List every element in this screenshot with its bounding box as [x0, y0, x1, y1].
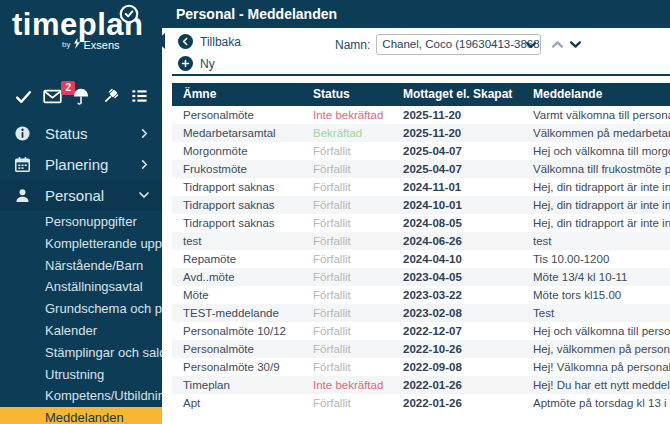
- sidebar-item-label: Personal: [45, 187, 138, 204]
- table-row[interactable]: testFörfallit2024-06-26test: [172, 232, 670, 250]
- table-row[interactable]: MöteFörfallit2023-03-22Möte tors kl15.00: [172, 286, 670, 304]
- sidebar-item-label: Status: [45, 125, 139, 142]
- cell-amne: Medarbetarsamtal: [172, 124, 313, 142]
- cell-amne: Timeplan: [172, 376, 313, 394]
- cell-status: Förfallit: [313, 196, 403, 214]
- toolbar-separator: [172, 74, 670, 76]
- cell-amne: Apt: [172, 394, 313, 412]
- toolbar: Tillbaka Namn: Chanel, Coco (19630413-38…: [162, 28, 670, 74]
- table-row[interactable]: Tidrapport saknasFörfallit2024-08-05Hej,…: [172, 214, 670, 232]
- cell-meddelande: test: [533, 232, 670, 250]
- cell-date: 2022-09-08: [403, 358, 533, 376]
- chevron-down-icon: [525, 38, 537, 55]
- new-message-button[interactable]: Ny: [178, 56, 215, 71]
- cell-date: 2024-06-26: [403, 232, 533, 250]
- chevron-down-icon: [138, 187, 150, 204]
- sidebar-submenu: PersonuppgifterKompletterande uppgifterN…: [0, 211, 162, 424]
- check-icon[interactable]: [12, 85, 34, 107]
- cell-date: 2025-11-20: [403, 106, 533, 124]
- cell-status: Förfallit: [313, 232, 403, 250]
- sidebar-subitem[interactable]: Närstående/Barn: [0, 255, 162, 277]
- back-button-label: Tillbaka: [200, 35, 241, 49]
- table-row[interactable]: MorgonmöteFörfallit2025-04-07Hej och väl…: [172, 142, 670, 160]
- cell-meddelande: Möte tors kl15.00: [533, 286, 670, 304]
- sidebar-subitem[interactable]: Meddelanden: [0, 407, 162, 424]
- cell-date: 2022-01-26: [403, 394, 533, 412]
- table-row[interactable]: Tidrapport saknasFörfallit2024-11-01Hej,…: [172, 178, 670, 196]
- name-select-value: Chanel, Coco (19630413-3868: [382, 38, 539, 50]
- cell-amne: Personalmöte 10/12: [172, 322, 313, 340]
- table-row[interactable]: Avd..möteFörfallit2023-04-05Möte 13/4 kl…: [172, 268, 670, 286]
- cell-status: Förfallit: [313, 214, 403, 232]
- sidebar-icon-bar: 2: [0, 84, 162, 108]
- sidebar-subitem[interactable]: Grundschema och perioder: [0, 298, 162, 320]
- table-row[interactable]: Tidrapport saknasFörfallit2024-10-01Hej,…: [172, 196, 670, 214]
- cell-meddelande: Hej och välkomna till personal: [533, 322, 670, 340]
- app-window: timeplan by Exsens 2: [0, 0, 670, 424]
- column-header-amne[interactable]: Ämne: [172, 83, 313, 106]
- back-button[interactable]: Tillbaka: [178, 34, 241, 49]
- cell-amne: test: [172, 232, 313, 250]
- sidebar-item-status[interactable]: Status: [0, 118, 162, 149]
- cell-date: 2024-08-05: [403, 214, 533, 232]
- sidebar-subitem[interactable]: Kompletterande uppgifter: [0, 233, 162, 255]
- table-row[interactable]: AptFörfallit2022-01-26Aptmöte på torsdag…: [172, 394, 670, 412]
- cell-status: Förfallit: [313, 304, 403, 322]
- cell-meddelande: Hej, din tidrapport är inte in: [533, 196, 670, 214]
- person-icon: [12, 187, 32, 204]
- table-row[interactable]: MedarbetarsamtalBekräftad2025-11-20Välko…: [172, 124, 670, 142]
- sidebar-item-label: Planering: [45, 156, 139, 173]
- cell-date: 2024-11-01: [403, 178, 533, 196]
- messages-table-header: Ämne Status Mottaget el. Skapat Meddelan…: [172, 83, 670, 106]
- cell-date: 2025-11-20: [403, 124, 533, 142]
- column-header-meddelande[interactable]: Meddelande: [533, 83, 670, 106]
- gavel-icon[interactable]: [99, 85, 121, 107]
- cell-date: 2025-04-07: [403, 160, 533, 178]
- cell-status: Förfallit: [313, 322, 403, 340]
- table-row[interactable]: Personalmöte 30/9Förfallit2022-09-08Hej!…: [172, 358, 670, 376]
- next-record-icon[interactable]: [569, 38, 582, 51]
- table-row[interactable]: TimeplanInte bekräftad2022-01-26Hej! Du …: [172, 376, 670, 394]
- name-select[interactable]: Chanel, Coco (19630413-3868: [376, 34, 541, 55]
- sidebar-item-planering[interactable]: Planering: [0, 149, 162, 180]
- cell-amne: Personalmöte: [172, 340, 313, 358]
- umbrella-icon[interactable]: [70, 85, 92, 107]
- table-row[interactable]: RepamöteFörfallit2024-04-10Tis 10.00-120…: [172, 250, 670, 268]
- sidebar-item-personal[interactable]: Personal: [0, 180, 162, 211]
- cell-meddelande: Varmt välkomna till personalmö: [533, 106, 670, 124]
- cell-amne: Personalmöte: [172, 106, 313, 124]
- sidebar-subitem[interactable]: Stämplingar och saldon: [0, 342, 162, 364]
- page-title: Personal - Meddelanden: [162, 0, 670, 28]
- cell-amne: Möte: [172, 286, 313, 304]
- cell-date: 2023-02-08: [403, 304, 533, 322]
- previous-record-icon[interactable]: [551, 38, 564, 51]
- column-header-status[interactable]: Status: [313, 83, 403, 106]
- messages-table: Ämne Status Mottaget el. Skapat Meddelan…: [172, 83, 670, 412]
- sidebar-subitem[interactable]: Anställningsavtal: [0, 276, 162, 298]
- table-row[interactable]: Personalmöte 10/12Förfallit2022-12-07Hej…: [172, 322, 670, 340]
- table-row[interactable]: PersonalmöteFörfallit2022-10-26Hej, välk…: [172, 340, 670, 358]
- list-icon[interactable]: [128, 85, 150, 107]
- mail-icon[interactable]: 2: [41, 85, 63, 107]
- table-row[interactable]: TEST-meddelandeFörfallit2023-02-08Test: [172, 304, 670, 322]
- cell-meddelande: Hej! Du har ett nytt meddeland: [533, 376, 670, 394]
- brand-logo[interactable]: timeplan by Exsens: [0, 0, 162, 58]
- cell-status: Förfallit: [313, 142, 403, 160]
- cell-status: Inte bekräftad: [313, 106, 403, 124]
- sidebar-subitem[interactable]: Kalender: [0, 320, 162, 342]
- sidebar-subitem[interactable]: Kompetens/Utbildning: [0, 385, 162, 407]
- record-steppers: [551, 38, 582, 51]
- sidebar-subitem[interactable]: Utrustning: [0, 364, 162, 386]
- sidebar-subitem[interactable]: Personuppgifter: [0, 211, 162, 233]
- cell-date: 2024-04-10: [403, 250, 533, 268]
- cell-date: 2022-12-07: [403, 322, 533, 340]
- cell-amne: Repamöte: [172, 250, 313, 268]
- table-row[interactable]: PersonalmöteInte bekräftad2025-11-20Varm…: [172, 106, 670, 124]
- back-arrow-icon: [178, 34, 193, 49]
- cell-amne: Tidrapport saknas: [172, 214, 313, 232]
- column-header-mottaget[interactable]: Mottaget el. Skapat: [403, 83, 533, 106]
- table-row[interactable]: FrukostmöteFörfallit2025-04-07Välkomna t…: [172, 160, 670, 178]
- cell-status: Förfallit: [313, 394, 403, 412]
- cell-date: 2023-04-05: [403, 268, 533, 286]
- cell-meddelande: Hej! Välkomna på personalmöte: [533, 358, 670, 376]
